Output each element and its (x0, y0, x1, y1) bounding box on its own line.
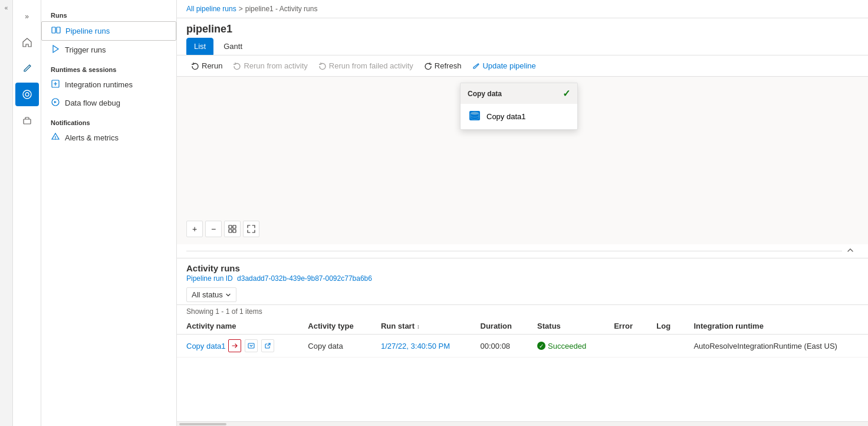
rerun-from-activity-icon (233, 62, 241, 70)
page-title: pipeline1 (177, 18, 868, 38)
table-row: Copy data1 (177, 335, 868, 358)
action-input-icon[interactable] (228, 339, 241, 352)
sidebar-item-pipeline-runs[interactable]: Pipeline runs (41, 21, 176, 41)
refresh-button[interactable]: Refresh (419, 59, 466, 73)
activity-name-text[interactable]: Copy data1 (186, 342, 226, 350)
pencil-nav-icon[interactable] (15, 57, 39, 80)
data-flow-debug-icon (51, 97, 60, 109)
action-output-icon[interactable] (245, 339, 258, 352)
collapse-bar: « (0, 0, 13, 426)
divider-line (186, 251, 842, 251)
section-divider[interactable] (177, 244, 868, 258)
svg-rect-10 (233, 225, 236, 228)
status-dropdown[interactable]: All status (186, 287, 236, 302)
update-pipeline-icon (472, 62, 480, 70)
activity-runs-header: Activity runs Pipeline run ID d3adadd7-0… (177, 258, 868, 285)
svg-rect-4 (57, 27, 60, 33)
activity-dropdown: Copy data ✓ Copy data1 (460, 83, 578, 130)
dropdown-item-copy-data1[interactable]: Copy data1 (461, 104, 577, 129)
alerts-metrics-label: Alerts & metrics (65, 133, 119, 142)
sidebar-item-alerts-metrics[interactable]: Alerts & metrics (41, 129, 176, 147)
sidebar-item-data-flow-debug[interactable]: Data flow debug (41, 94, 176, 112)
pipeline-runs-label: Pipeline runs (65, 27, 110, 35)
svg-point-0 (23, 90, 31, 99)
sidebar: Runs Pipeline runs Trigger runs Runtimes… (41, 0, 177, 426)
svg-rect-9 (229, 225, 232, 228)
icon-bar: » (13, 0, 41, 426)
showing-label: Showing 1 - 1 of 1 items (177, 305, 868, 318)
tabs-bar: List Gantt (177, 38, 868, 55)
alerts-metrics-icon (51, 132, 60, 143)
svg-rect-11 (229, 230, 232, 232)
scrollbar-thumb (179, 423, 226, 425)
col-integration-runtime: Integration runtime (684, 318, 868, 335)
home-icon[interactable] (15, 31, 39, 54)
activity-table-container: Activity name Activity type Run start ↕ … (177, 318, 868, 421)
cell-log (647, 335, 684, 358)
col-activity-type: Activity type (298, 318, 371, 335)
rerun-from-failed-button[interactable]: Rerun from failed activity (314, 59, 418, 73)
sidebar-section-notifications: Notifications (41, 112, 176, 129)
zoom-in-button[interactable]: + (186, 221, 203, 237)
status-success-dot: ✓ (537, 342, 545, 350)
col-run-start: Run start ↕ (371, 318, 471, 335)
dropdown-header: Copy data ✓ (461, 83, 577, 104)
breadcrumb-current: pipeline1 - Activity runs (245, 5, 318, 13)
cell-duration: 00:00:08 (471, 335, 528, 358)
main-content: All pipeline runs > pipeline1 - Activity… (177, 0, 868, 426)
svg-point-1 (25, 93, 29, 96)
dropdown-check-icon: ✓ (563, 88, 570, 99)
update-pipeline-button[interactable]: Update pipeline (467, 59, 540, 73)
cell-integration-runtime: AutoResolveIntegrationRuntime (East US) (684, 335, 868, 358)
cell-activity-name: Copy data1 (177, 335, 298, 358)
breadcrumb: All pipeline runs > pipeline1 - Activity… (177, 0, 868, 18)
zoom-out-button[interactable]: − (205, 221, 222, 237)
sidebar-section-runs: Runs (41, 5, 176, 21)
pipeline-runs-icon (51, 25, 61, 37)
pipeline-run-id-value: d3adadd7-032b-439e-9b87-0092c77ba6b6 (237, 274, 372, 283)
col-status: Status (528, 318, 604, 335)
rerun-from-activity-button[interactable]: Rerun from activity (228, 59, 312, 73)
rerun-from-failed-icon (318, 62, 327, 70)
canvas-controls: + − (186, 221, 259, 237)
sidebar-item-integration-runtimes[interactable]: Integration runtimes (41, 76, 176, 94)
dropdown-item-label: Copy data1 (486, 112, 526, 121)
svg-rect-3 (52, 27, 55, 33)
collapse-chevron[interactable]: « (5, 5, 8, 11)
tab-list[interactable]: List (186, 38, 213, 55)
copy-data1-icon (468, 109, 482, 124)
status-filter-label: All status (192, 290, 223, 299)
activity-runs-title: Activity runs (186, 263, 859, 273)
activity-table: Activity name Activity type Run start ↕ … (177, 318, 868, 358)
col-duration: Duration (471, 318, 528, 335)
briefcase-icon[interactable] (15, 109, 39, 132)
canvas-area: Copy data ✓ Copy data1 + − (177, 77, 868, 244)
fullscreen-button[interactable] (243, 221, 259, 237)
sidebar-section-runtimes: Runtimes & sessions (41, 59, 176, 76)
svg-rect-2 (24, 119, 31, 124)
rerun-icon (191, 62, 199, 70)
horizontal-scrollbar[interactable] (177, 421, 868, 426)
status-dropdown-chevron (225, 292, 231, 298)
action-link-icon[interactable] (261, 339, 274, 352)
status-filter-bar: All status (177, 285, 868, 305)
collapse-section-icon[interactable] (842, 247, 859, 255)
data-flow-debug-label: Data flow debug (65, 99, 120, 107)
sort-icon[interactable]: ↕ (417, 323, 420, 330)
fit-view-button[interactable] (224, 221, 241, 237)
activity-runs-section: Activity runs Pipeline run ID d3adadd7-0… (177, 258, 868, 426)
toolbar: Rerun Rerun from activity Rerun from fai… (177, 55, 868, 77)
col-activity-name: Activity name (177, 318, 298, 335)
trigger-runs-icon (51, 44, 60, 55)
monitor-icon[interactable] (15, 83, 39, 106)
expand-icon[interactable]: » (15, 5, 39, 28)
integration-runtimes-icon (51, 79, 60, 90)
sidebar-item-trigger-runs[interactable]: Trigger runs (41, 41, 176, 59)
tab-gantt[interactable]: Gantt (216, 38, 250, 55)
cell-activity-type: Copy data (298, 335, 371, 358)
rerun-button[interactable]: Rerun (186, 59, 227, 73)
breadcrumb-parent[interactable]: All pipeline runs (186, 5, 236, 13)
svg-rect-12 (233, 230, 236, 232)
col-error: Error (604, 318, 647, 335)
breadcrumb-separator: > (239, 5, 243, 13)
